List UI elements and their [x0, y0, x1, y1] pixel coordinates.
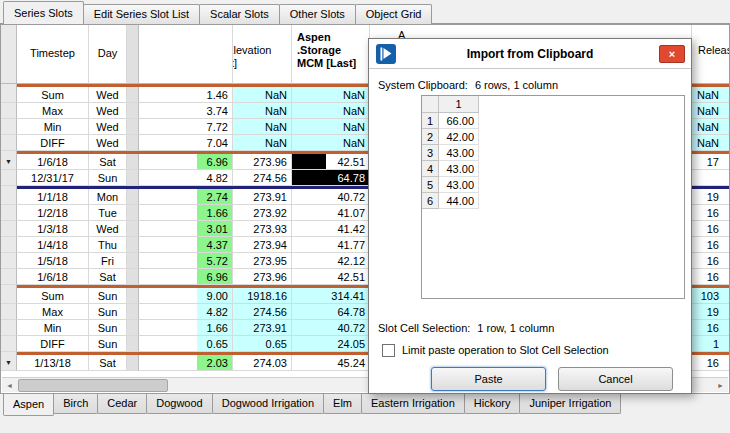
cell-value[interactable]: 17: [692, 154, 730, 170]
scroll-left-icon[interactable]: ◄: [2, 379, 17, 392]
cell-value-selected[interactable]: 64.78: [292, 170, 370, 186]
object-tab-aspen[interactable]: Aspen: [3, 394, 54, 416]
grid-cell[interactable]: 43.00: [439, 161, 479, 177]
cell-value[interactable]: 6.96: [139, 269, 233, 285]
cell-value[interactable]: 3.74: [139, 103, 233, 119]
object-tab-elm[interactable]: Elm: [323, 394, 362, 414]
cell-value[interactable]: 2.03: [139, 355, 233, 371]
cell-value[interactable]: 16: [692, 237, 730, 253]
column-header-release[interactable]: Release: [692, 25, 730, 84]
cell-timestep[interactable]: Min: [17, 320, 89, 336]
cell-value[interactable]: 0.65: [139, 336, 233, 352]
object-tab-birch[interactable]: Birch: [53, 394, 98, 414]
cell-value[interactable]: 24.05: [292, 336, 370, 352]
cell-timestep[interactable]: Max: [17, 103, 89, 119]
cancel-button[interactable]: Cancel: [558, 367, 673, 391]
limit-paste-checkbox[interactable]: [382, 344, 395, 357]
grid-cell[interactable]: 43.00: [439, 145, 479, 161]
cell-value[interactable]: 19: [692, 304, 730, 320]
cell-timestep[interactable]: DIFF: [17, 336, 89, 352]
grid-column-header[interactable]: 1: [439, 96, 479, 113]
cell-value[interactable]: 6.96: [139, 154, 233, 170]
cell-value[interactable]: 42.12: [292, 253, 370, 269]
cell-day[interactable]: Sun: [89, 288, 127, 304]
cell-value[interactable]: 16: [692, 269, 730, 285]
cell-value[interactable]: 273.96: [233, 269, 292, 285]
cell-value[interactable]: 41.42: [292, 221, 370, 237]
cell-timestep[interactable]: Sum: [17, 87, 89, 103]
cell-value[interactable]: 1.46: [139, 87, 233, 103]
tab-scalar-slots[interactable]: Scalar Slots: [199, 4, 280, 24]
column-header-day[interactable]: Day: [89, 25, 127, 84]
cell-timestep[interactable]: 1/6/18: [17, 269, 89, 285]
cell-value[interactable]: 274.56: [233, 170, 292, 186]
cell-value[interactable]: NaN: [292, 119, 370, 135]
cell-value[interactable]: 41.07: [292, 205, 370, 221]
cell-timestep[interactable]: Max: [17, 304, 89, 320]
cell-value[interactable]: 4.82: [139, 170, 233, 186]
cell-value[interactable]: 7.04: [139, 135, 233, 151]
cell-timestep[interactable]: 1/2/18: [17, 205, 89, 221]
grid-cell[interactable]: 42.00: [439, 129, 479, 145]
cell-day[interactable]: Sun: [89, 170, 127, 186]
cell-timestep[interactable]: Min: [17, 119, 89, 135]
cell-value[interactable]: 273.95: [233, 253, 292, 269]
cell-value[interactable]: 274.56: [233, 304, 292, 320]
grid-row-header[interactable]: 6: [422, 193, 439, 209]
cell-value[interactable]: 16: [692, 320, 730, 336]
column-header-storage[interactable]: Aspen .Storage MCM [Last]: [292, 25, 370, 84]
object-tab-hickory[interactable]: Hickory: [464, 394, 521, 414]
cell-day[interactable]: Sat: [89, 154, 127, 170]
cell-day[interactable]: Wed: [89, 119, 127, 135]
cell-value[interactable]: 314.41: [292, 288, 370, 304]
cell-value[interactable]: NaN: [233, 87, 292, 103]
cell-value[interactable]: 16: [692, 205, 730, 221]
cell-value[interactable]: 16: [692, 355, 730, 371]
collapse-arrow-icon[interactable]: ▼: [1, 355, 17, 371]
cell-value[interactable]: 273.92: [233, 205, 292, 221]
cell-value[interactable]: NaN: [692, 87, 730, 103]
cell-value[interactable]: 3.01: [139, 221, 233, 237]
tab-object-grid[interactable]: Object Grid: [355, 4, 433, 24]
cell-value[interactable]: 19: [692, 189, 730, 205]
tab-edit-series-slot-list[interactable]: Edit Series Slot List: [83, 4, 200, 24]
cell-value[interactable]: 42.51: [292, 269, 370, 285]
cell-value[interactable]: 9.00: [139, 288, 233, 304]
cell-timestep[interactable]: 1/13/18: [17, 355, 89, 371]
cell-value[interactable]: 273.93: [233, 221, 292, 237]
dialog-titlebar[interactable]: Import from Clipboard ×: [369, 39, 691, 69]
column-header-timestep[interactable]: Timestep: [17, 25, 89, 84]
cell-timestep[interactable]: 1/5/18: [17, 253, 89, 269]
grid-row-header[interactable]: 4: [422, 161, 439, 177]
cell-day[interactable]: Mon: [89, 189, 127, 205]
cell-value[interactable]: 1918.16: [233, 288, 292, 304]
cell-timestep[interactable]: 1/6/18: [17, 154, 89, 170]
cell-day[interactable]: Wed: [89, 87, 127, 103]
scroll-right-icon[interactable]: ►: [713, 379, 728, 392]
cell-value[interactable]: 273.91: [233, 189, 292, 205]
paste-button[interactable]: Paste: [431, 367, 546, 391]
cell-value[interactable]: 0.65: [233, 336, 292, 352]
cell-value[interactable]: 273.96: [233, 154, 292, 170]
cell-value[interactable]: NaN: [292, 87, 370, 103]
cell-timestep[interactable]: 1/3/18: [17, 221, 89, 237]
cell-value[interactable]: NaN: [292, 103, 370, 119]
cell-day[interactable]: Wed: [89, 221, 127, 237]
cell-value[interactable]: 16: [692, 221, 730, 237]
cell-value[interactable]: NaN: [692, 135, 730, 151]
grid-cell[interactable]: 43.00: [439, 177, 479, 193]
cell-value[interactable]: NaN: [233, 119, 292, 135]
object-tab-juniper-irrigation[interactable]: Juniper Irrigation: [519, 394, 621, 414]
cell-value[interactable]: NaN: [233, 135, 292, 151]
cell-value[interactable]: 45.24: [292, 355, 370, 371]
object-tab-eastern-irrigation[interactable]: Eastern Irrigation: [361, 394, 465, 414]
cell-value[interactable]: 1.66: [139, 320, 233, 336]
cell-value[interactable]: NaN: [692, 119, 730, 135]
cell-value[interactable]: NaN: [233, 103, 292, 119]
grid-cell[interactable]: 44.00: [439, 193, 479, 209]
cell-value[interactable]: 103: [692, 288, 730, 304]
cell-timestep[interactable]: DIFF: [17, 135, 89, 151]
cell-day[interactable]: Thu: [89, 237, 127, 253]
cell-value[interactable]: 1: [692, 336, 730, 352]
cell-day[interactable]: Sat: [89, 269, 127, 285]
